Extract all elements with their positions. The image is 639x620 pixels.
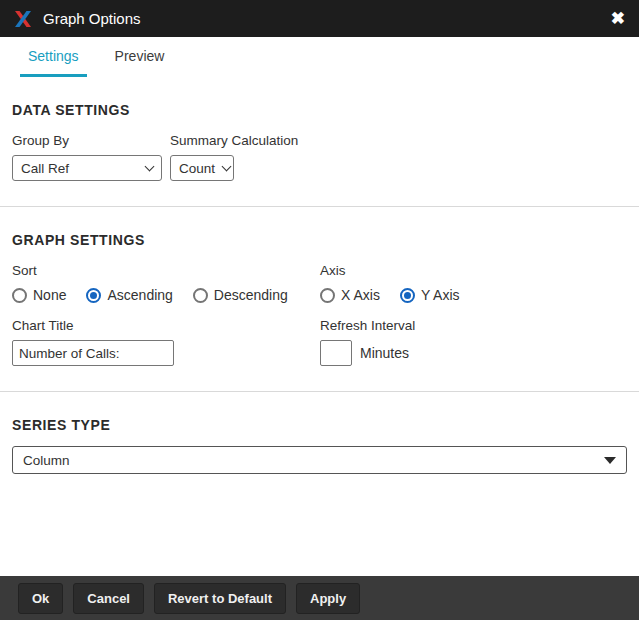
chart-title-label: Chart Title bbox=[12, 318, 320, 333]
series-type-select[interactable]: Column bbox=[12, 446, 627, 474]
radio-circle-icon bbox=[12, 288, 27, 303]
title-refresh-row: Chart Title Refresh Interval Minutes bbox=[12, 303, 627, 366]
divider bbox=[0, 391, 639, 392]
summary-calc-label: Summary Calculation bbox=[170, 133, 298, 148]
tab-bar: Settings Preview bbox=[0, 37, 639, 77]
apply-button[interactable]: Apply bbox=[296, 583, 360, 614]
close-icon[interactable]: ✖ bbox=[611, 10, 625, 27]
tab-settings[interactable]: Settings bbox=[20, 37, 87, 77]
data-settings-heading: DATA SETTINGS bbox=[12, 102, 627, 118]
revert-to-default-button[interactable]: Revert to Default bbox=[154, 583, 286, 614]
radio-label: X Axis bbox=[341, 287, 380, 303]
summary-calc-field: Summary Calculation Count bbox=[170, 118, 298, 181]
radio-y-axis[interactable]: Y Axis bbox=[400, 287, 460, 303]
group-by-select[interactable]: Call Ref bbox=[12, 155, 162, 181]
graph-options-dialog: Graph Options ✖ Settings Preview DATA SE… bbox=[0, 0, 639, 620]
dialog-content: DATA SETTINGS Group By Call Ref Summary … bbox=[0, 77, 639, 576]
sort-axis-row: Sort None Ascending Descending bbox=[12, 248, 627, 303]
refresh-interval-field: Refresh Interval Minutes bbox=[320, 303, 627, 366]
dialog-header: Graph Options ✖ bbox=[0, 0, 639, 37]
radio-circle-icon bbox=[320, 288, 335, 303]
group-by-label: Group By bbox=[12, 133, 162, 148]
radio-label: Ascending bbox=[107, 287, 172, 303]
radio-label: None bbox=[33, 287, 66, 303]
ok-button[interactable]: Ok bbox=[18, 583, 63, 614]
series-type-heading: SERIES TYPE bbox=[12, 417, 627, 433]
radio-x-axis[interactable]: X Axis bbox=[320, 287, 380, 303]
radio-sort-descending[interactable]: Descending bbox=[193, 287, 288, 303]
summary-calc-value: Count bbox=[179, 161, 215, 176]
chart-title-field: Chart Title bbox=[12, 303, 320, 366]
radio-circle-icon bbox=[86, 288, 101, 303]
dialog-footer: Ok Cancel Revert to Default Apply bbox=[0, 576, 639, 620]
sort-radio-group: None Ascending Descending bbox=[12, 287, 320, 303]
dialog-title: Graph Options bbox=[43, 10, 141, 27]
refresh-interval-label: Refresh Interval bbox=[320, 318, 627, 333]
axis-label: Axis bbox=[320, 263, 627, 278]
group-by-field: Group By Call Ref bbox=[12, 118, 162, 181]
refresh-interval-wrap: Minutes bbox=[320, 333, 627, 366]
sort-label: Sort bbox=[12, 263, 320, 278]
group-by-value: Call Ref bbox=[21, 161, 69, 176]
radio-label: Descending bbox=[214, 287, 288, 303]
tab-preview[interactable]: Preview bbox=[107, 37, 173, 77]
radio-label: Y Axis bbox=[421, 287, 460, 303]
axis-group: Axis X Axis Y Axis bbox=[320, 248, 627, 303]
axis-radio-group: X Axis Y Axis bbox=[320, 287, 627, 303]
cancel-button[interactable]: Cancel bbox=[73, 583, 144, 614]
refresh-interval-input[interactable] bbox=[320, 340, 352, 366]
chart-title-input[interactable] bbox=[12, 340, 174, 366]
radio-circle-icon bbox=[400, 288, 415, 303]
sort-group: Sort None Ascending Descending bbox=[12, 248, 320, 303]
chevron-down-icon bbox=[222, 162, 232, 172]
minutes-suffix-label: Minutes bbox=[360, 345, 409, 361]
chevron-down-icon bbox=[145, 162, 155, 172]
graph-settings-heading: GRAPH SETTINGS bbox=[12, 232, 627, 248]
radio-sort-ascending[interactable]: Ascending bbox=[86, 287, 172, 303]
radio-sort-none[interactable]: None bbox=[12, 287, 66, 303]
series-type-value: Column bbox=[23, 453, 70, 468]
divider bbox=[0, 206, 639, 207]
radio-circle-icon bbox=[193, 288, 208, 303]
data-settings-row: Group By Call Ref Summary Calculation Co… bbox=[12, 118, 627, 181]
dropdown-arrow-icon bbox=[604, 457, 616, 464]
summary-calc-select[interactable]: Count bbox=[170, 155, 234, 181]
app-logo-x-icon bbox=[14, 10, 32, 28]
